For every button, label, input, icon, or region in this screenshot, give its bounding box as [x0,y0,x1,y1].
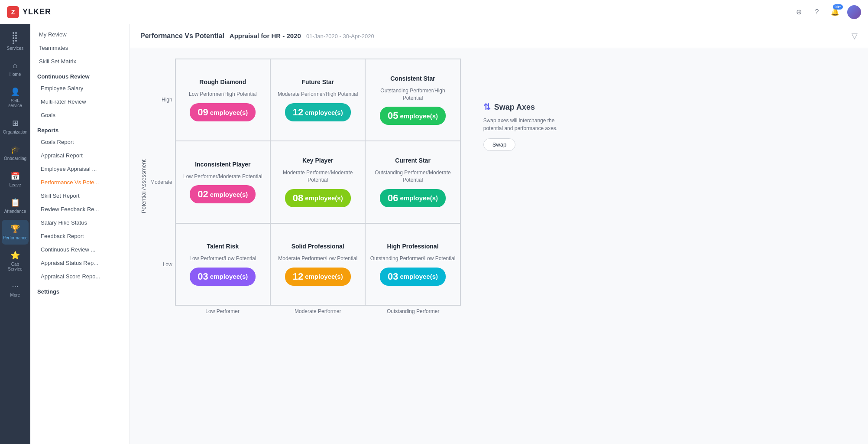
sidebar-label-onboarding: Onboarding [4,156,26,161]
cell-title-high-professional: High Professional [387,243,439,250]
user-icon: 👤 [10,87,20,97]
sidebar-label-services: Services [7,46,23,51]
swap-button[interactable]: Swap [483,138,516,151]
nav-item-employee-salary[interactable]: Employee Salary [30,82,130,95]
logo-text: YLKER [23,7,51,16]
home-icon: ⌂ [13,61,18,70]
nav-item-employee-appraisal[interactable]: Employee Appraisal ... [30,162,130,176]
notification-icon[interactable]: 🔔 99+ [829,6,841,18]
nav-item-review-feedback[interactable]: Review Feedback Re... [30,202,130,216]
content-header: Performance Vs Potential Appraisal for H… [130,24,868,48]
logo-icon: Z [7,6,19,18]
emp-badge-current-star: 06 employee(s) [380,189,446,207]
pvp-chart: Potential Assessment High Moderate Low R… [140,59,570,314]
nav-item-skill-set-matrix[interactable]: Skill Set Matrix [30,55,130,68]
content-title-group: Performance Vs Potential Appraisal for H… [140,32,374,40]
grid-and-legend: Rough Diamond Low Performer/High Potenti… [175,59,461,314]
sidebar-item-organization[interactable]: ⊞ Organization [2,114,29,139]
sidebar-label-cab-service: Cab Service [5,262,25,271]
cab-icon: ⭐ [10,251,20,260]
nav-item-skill-set-report[interactable]: Skill Set Report [30,189,130,202]
sidebar-item-attendance[interactable]: 📋 Attendance [2,193,29,218]
cell-title-future-star: Future Star [301,78,334,85]
grid-cell-key-player[interactable]: Key Player Moderate Performer/Moderate P… [270,141,365,223]
cell-title-solid-professional: Solid Professional [291,243,344,250]
y-axis-label: Potential Assessment [140,59,147,314]
nav-item-teammates[interactable]: Teammates [30,41,130,55]
chart-container: Potential Assessment High Moderate Low R… [130,48,868,444]
notification-badge: 99+ [833,4,843,10]
grid-cell-current-star[interactable]: Current Star Outstanding Performer/Moder… [365,141,460,223]
swap-axes-title: ⇅ Swap Axes [483,102,561,112]
filter-icon[interactable]: ▽ [852,31,858,41]
cell-subtitle-future-star: Moderate Performer/High Potential [278,91,358,98]
sidebar-item-home[interactable]: ⌂ Home [2,57,29,81]
more-icon: ··· [12,282,18,291]
sidebar-item-onboarding[interactable]: 🎓 Onboarding [2,140,29,165]
cell-title-rough-diamond: Rough Diamond [199,78,246,85]
nav-item-my-review[interactable]: My Review [30,28,130,41]
grid-cell-talent-risk[interactable]: Talent Risk Low Performer/Low Potential … [175,223,270,305]
nav-item-goals-report[interactable]: Goals Report [30,135,130,149]
cell-subtitle-key-player: Moderate Performer/Moderate Potential [275,169,360,184]
secondary-nav: My Review Teammates Skill Set Matrix Con… [30,24,130,444]
grid-cell-high-professional[interactable]: High Professional Outstanding Performer/… [365,223,460,305]
nav-item-multi-rater-review[interactable]: Multi-rater Review [30,95,130,108]
avatar[interactable] [847,5,861,19]
sidebar-label-organization: Organization [3,130,28,134]
nav-item-salary-hike-status[interactable]: Salary Hike Status [30,216,130,229]
sidebar-item-leave[interactable]: 📅 Leave [2,167,29,192]
sidebar-label-performance: Performance [3,235,27,240]
sidebar-item-performance[interactable]: 🏆 Performance [2,220,29,245]
content-area: Performance Vs Potential Appraisal for H… [130,24,868,444]
top-header: Z YLKER ⊕ ? 🔔 99+ [0,0,868,24]
main-layout: Services ⌂ Home 👤 Self-service ⊞ Organiz… [0,24,868,444]
sidebar-label-self-service: Self-service [5,98,25,108]
sidebar-item-cab-service[interactable]: ⭐ Cab Service [2,246,29,276]
cell-subtitle-solid-professional: Moderate Performer/Low Potential [278,255,357,262]
nav-item-feedback-report[interactable]: Feedback Report [30,229,130,243]
help-icon[interactable]: ? [811,6,823,18]
nav-item-appraisal-status[interactable]: Appraisal Status Rep... [30,256,130,270]
grid-cell-consistent-star[interactable]: Consistent Star Outstanding Performer/Hi… [365,59,460,141]
nav-section-settings: Settings [30,283,130,297]
grid-cell-solid-professional[interactable]: Solid Professional Moderate Performer/Lo… [270,223,365,305]
x-axis-low: Low Performer [175,308,270,314]
emp-badge-key-player: 08 employee(s) [285,189,351,207]
emp-badge-consistent-star: 05 employee(s) [380,107,446,125]
cell-subtitle-talent-risk: Low Performer/Low Potential [189,255,256,262]
performance-icon: 🏆 [10,224,20,234]
x-axis-outstanding: Outstanding Performer [366,308,461,314]
emp-badge-talent-risk: 03 employee(s) [190,268,256,286]
sidebar-label-home: Home [10,72,21,77]
sidebar-item-self-service[interactable]: 👤 Self-service [2,83,29,112]
nav-item-continuous-review-report[interactable]: Continuous Review ... [30,243,130,256]
nav-item-appraisal-report[interactable]: Appraisal Report [30,149,130,162]
emp-badge-inconsistent-player: 02 employee(s) [190,185,256,203]
cell-title-consistent-star: Consistent Star [390,75,435,82]
logo[interactable]: Z YLKER [7,6,51,18]
swap-icon: ⇅ [483,102,491,112]
nav-item-goals[interactable]: Goals [30,108,130,122]
cell-subtitle-inconsistent-player: Low Performer/Moderate Potential [183,173,262,180]
nav-item-performance-vs-potential[interactable]: Performance Vs Pote... [30,176,130,189]
attendance-icon: 📋 [10,198,20,207]
cell-title-talent-risk: Talent Risk [207,243,239,250]
appraisal-label: Appraisal for HR - 2020 [230,32,301,39]
y-axis-high: High [150,97,172,103]
sidebar-item-services[interactable]: Services [2,28,29,55]
leave-icon: 📅 [10,171,20,181]
sidebar-label-attendance: Attendance [4,209,26,214]
sidebar-item-more[interactable]: ··· More [2,278,29,302]
x-axis-moderate: Moderate Performer [270,308,366,314]
icon-sidebar: Services ⌂ Home 👤 Self-service ⊞ Organiz… [0,24,30,444]
emp-badge-solid-professional: 12 employee(s) [285,268,351,286]
grid-cell-future-star[interactable]: Future Star Moderate Performer/High Pote… [270,59,365,141]
grid-cell-inconsistent-player[interactable]: Inconsistent Player Low Performer/Modera… [175,141,270,223]
nav-item-appraisal-score[interactable]: Appraisal Score Repo... [30,270,130,283]
add-icon[interactable]: ⊕ [793,6,805,18]
grid-cell-rough-diamond[interactable]: Rough Diamond Low Performer/High Potenti… [175,59,270,141]
swap-axes-description: Swap axes will interchange the potential… [483,117,561,132]
cell-subtitle-consistent-star: Outstanding Performer/High Potential [370,87,455,102]
cell-subtitle-current-star: Outstanding Performer/Moderate Potential [370,169,455,184]
